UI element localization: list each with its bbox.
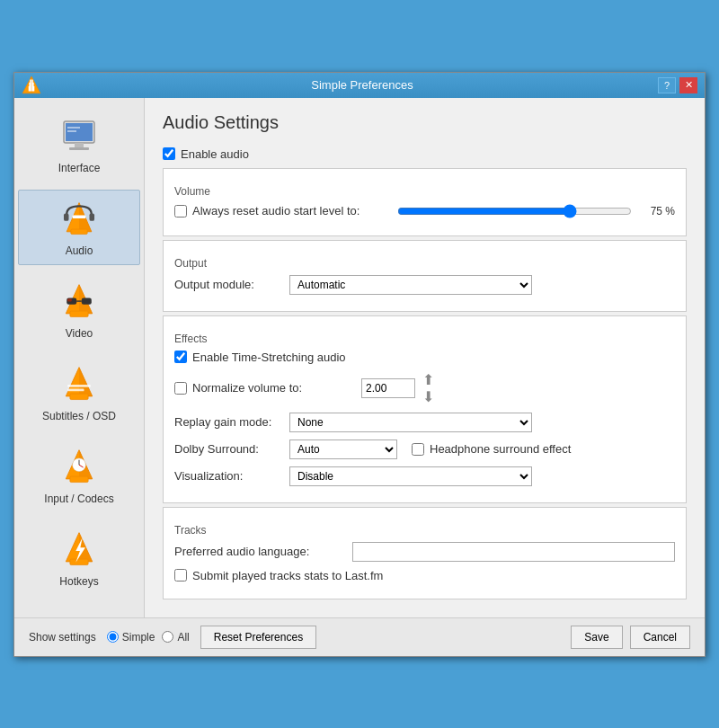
page-title: Audio Settings bbox=[163, 112, 687, 133]
sidebar-item-video[interactable]: Video bbox=[18, 272, 140, 348]
bottom-bar: Show settings Simple All Reset Preferenc… bbox=[14, 617, 705, 656]
simple-radio[interactable] bbox=[107, 631, 119, 643]
cancel-button[interactable]: Cancel bbox=[630, 626, 690, 649]
pref-lang-row: Preferred audio language: bbox=[174, 542, 675, 562]
enable-audio-row: Enable audio bbox=[163, 147, 687, 161]
enable-audio-checkbox-label[interactable]: Enable audio bbox=[163, 147, 249, 161]
normalize-checkbox[interactable] bbox=[174, 382, 187, 395]
all-radio[interactable] bbox=[162, 631, 173, 643]
effects-label: Effects bbox=[174, 333, 675, 345]
volume-value: 75 % bbox=[639, 205, 675, 218]
dolby-select[interactable]: Auto On Off bbox=[289, 439, 397, 459]
output-module-select[interactable]: Automatic DirectX audio output WaveOut a… bbox=[289, 275, 532, 295]
time-stretch-checkbox[interactable] bbox=[174, 351, 187, 363]
codecs-icon bbox=[58, 446, 101, 489]
lastfm-row: Submit played tracks stats to Last.fm bbox=[174, 569, 675, 582]
replay-gain-label: Replay gain mode: bbox=[174, 415, 282, 429]
volume-slider[interactable] bbox=[397, 203, 632, 219]
hotkeys-icon bbox=[58, 528, 101, 572]
svg-rect-14 bbox=[64, 213, 69, 220]
svg-rect-10 bbox=[67, 130, 76, 132]
svg-rect-21 bbox=[82, 297, 92, 304]
simple-radio-label[interactable]: Simple bbox=[107, 631, 155, 644]
volume-label: Volume bbox=[174, 185, 675, 198]
window-body: Interface bbox=[14, 98, 705, 617]
volume-section: Volume Always reset audio start level to… bbox=[163, 168, 687, 236]
sidebar-label-codecs: Input / Codecs bbox=[44, 493, 113, 505]
headphone-label[interactable]: Headphone surround effect bbox=[412, 442, 571, 456]
tracks-section: Tracks Preferred audio language: Submit … bbox=[163, 507, 687, 599]
close-button[interactable]: ✕ bbox=[679, 77, 697, 93]
bottom-right: Save Cancel bbox=[571, 626, 690, 649]
replay-gain-select[interactable]: None Track Album bbox=[289, 413, 532, 432]
pref-lang-input[interactable] bbox=[352, 542, 675, 562]
title-controls: ? ✕ bbox=[658, 77, 697, 93]
help-button[interactable]: ? bbox=[658, 77, 676, 93]
save-button[interactable]: Save bbox=[571, 626, 622, 649]
headphone-checkbox[interactable] bbox=[412, 443, 424, 456]
svg-rect-26 bbox=[70, 394, 88, 399]
window-title: Simple Preferences bbox=[67, 78, 658, 92]
sidebar-item-subtitles[interactable]: Subtitles / OSD bbox=[18, 355, 140, 431]
svg-rect-8 bbox=[69, 147, 89, 150]
svg-rect-15 bbox=[90, 213, 95, 220]
sidebar-label-interface: Interface bbox=[58, 162, 101, 174]
sidebar-label-audio: Audio bbox=[66, 244, 93, 257]
normalize-value-input[interactable] bbox=[361, 378, 415, 398]
viz-select[interactable]: Disable Spectrometer Scope VU Meter Dumm… bbox=[289, 466, 532, 486]
sidebar-label-video: Video bbox=[66, 327, 93, 340]
dolby-row: Dolby Surround: Auto On Off Headphone su… bbox=[174, 439, 675, 459]
lastfm-checkbox[interactable] bbox=[174, 569, 187, 582]
dolby-label: Dolby Surround: bbox=[174, 442, 282, 456]
subtitles-icon bbox=[58, 363, 101, 406]
effects-section: Effects Enable Time-Stretching audio Nor… bbox=[163, 315, 687, 503]
time-stretch-row: Enable Time-Stretching audio bbox=[174, 351, 675, 364]
normalize-row: Normalize volume to: ⬆⬇ bbox=[174, 371, 675, 405]
time-stretch-label[interactable]: Enable Time-Stretching audio bbox=[174, 351, 346, 364]
main-window: Simple Preferences ? ✕ bbox=[13, 72, 706, 657]
main-content: Audio Settings Enable audio Volume Alway… bbox=[145, 98, 705, 617]
viz-label: Visualization: bbox=[174, 469, 282, 483]
svg-rect-7 bbox=[75, 143, 84, 147]
reset-button[interactable]: Reset Preferences bbox=[200, 626, 316, 649]
sidebar: Interface bbox=[14, 98, 145, 617]
volume-reset-row: Always reset audio start level to: 75 % bbox=[174, 203, 675, 219]
show-settings-label: Show settings bbox=[29, 631, 96, 644]
sidebar-item-audio[interactable]: Audio bbox=[18, 190, 140, 265]
sidebar-item-hotkeys[interactable]: Hotkeys bbox=[18, 520, 140, 596]
volume-reset-checkbox[interactable] bbox=[174, 205, 187, 218]
tracks-label: Tracks bbox=[174, 524, 675, 537]
bottom-left: Show settings Simple All Reset Preferenc… bbox=[29, 626, 316, 649]
interface-icon bbox=[58, 115, 101, 158]
sidebar-label-subtitles: Subtitles / OSD bbox=[42, 410, 116, 422]
settings-radio-group: Simple All bbox=[107, 631, 190, 644]
sidebar-item-interface[interactable]: Interface bbox=[18, 107, 140, 182]
title-bar: Simple Preferences ? ✕ bbox=[14, 73, 705, 98]
svg-rect-31 bbox=[70, 476, 88, 482]
vlc-logo-icon bbox=[22, 75, 41, 95]
svg-rect-19 bbox=[70, 311, 88, 316]
pref-lang-label: Preferred audio language: bbox=[174, 545, 345, 558]
video-icon bbox=[58, 280, 101, 324]
svg-rect-37 bbox=[70, 559, 88, 564]
output-label: Output bbox=[174, 257, 675, 270]
output-module-label: Output module: bbox=[174, 278, 282, 291]
output-section: Output Output module: Automatic DirectX … bbox=[163, 240, 687, 312]
output-module-row: Output module: Automatic DirectX audio o… bbox=[174, 275, 675, 295]
svg-rect-16 bbox=[73, 215, 86, 218]
sidebar-label-hotkeys: Hotkeys bbox=[59, 575, 98, 588]
audio-icon bbox=[58, 198, 101, 241]
svg-rect-28 bbox=[67, 388, 84, 391]
svg-rect-23 bbox=[67, 298, 72, 301]
svg-rect-13 bbox=[71, 229, 87, 235]
sidebar-item-codecs[interactable]: Input / Codecs bbox=[18, 438, 140, 513]
normalize-label[interactable]: Normalize volume to: bbox=[174, 381, 354, 395]
viz-row: Visualization: Disable Spectrometer Scop… bbox=[174, 466, 675, 486]
replay-gain-row: Replay gain mode: None Track Album bbox=[174, 413, 675, 432]
svg-rect-27 bbox=[67, 385, 91, 387]
all-radio-label[interactable]: All bbox=[162, 631, 189, 644]
volume-reset-label[interactable]: Always reset audio start level to: bbox=[174, 204, 390, 218]
volume-slider-container: 75 % bbox=[397, 203, 675, 219]
lastfm-label[interactable]: Submit played tracks stats to Last.fm bbox=[174, 569, 383, 582]
enable-audio-checkbox[interactable] bbox=[163, 147, 175, 160]
